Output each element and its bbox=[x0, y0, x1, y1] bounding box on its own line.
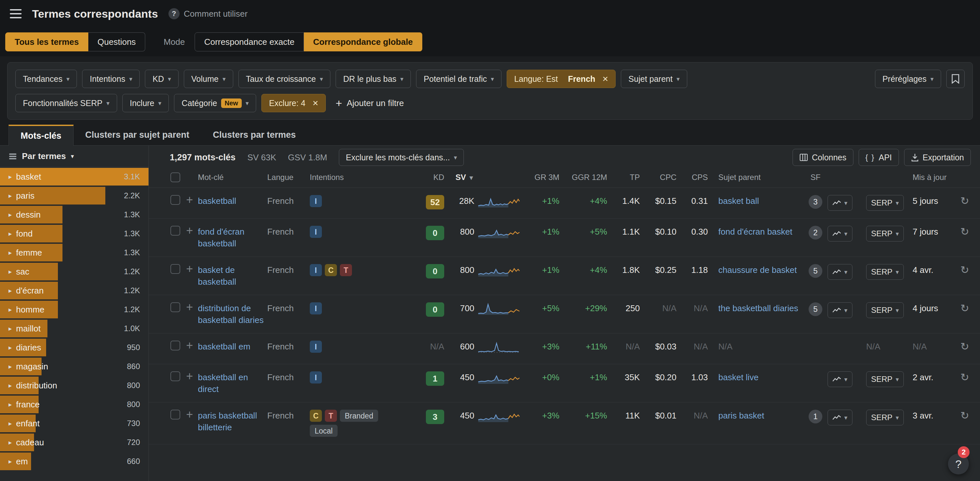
serp-button[interactable]: SERP▾ bbox=[866, 226, 904, 242]
help-bubble[interactable]: ? 2 bbox=[948, 454, 969, 475]
parent-topic-link[interactable]: the basketball diaries bbox=[718, 303, 798, 313]
term-list-item[interactable]: ▸dessin1.3K bbox=[0, 205, 148, 224]
tab-exact-match[interactable]: Correspondance exacte bbox=[195, 32, 304, 51]
add-filter-button[interactable]: + Ajouter un filtre bbox=[336, 97, 404, 108]
filter-language-active[interactable]: Langue: Est French × bbox=[507, 70, 616, 88]
add-to-list-icon[interactable]: + bbox=[186, 303, 193, 312]
filter-category[interactable]: Catégorie New ▾ bbox=[174, 94, 256, 112]
term-list-item[interactable]: ▸france800 bbox=[0, 395, 148, 414]
term-list-item[interactable]: ▸enfant730 bbox=[0, 414, 148, 433]
col-header-sv[interactable]: SV ▼ bbox=[447, 167, 477, 188]
refresh-icon[interactable]: ↻ bbox=[960, 226, 969, 237]
keyword-link[interactable]: basketball bbox=[198, 196, 236, 206]
col-header-updated[interactable]: Mis à jour bbox=[908, 167, 960, 188]
add-to-list-icon[interactable]: + bbox=[186, 410, 193, 419]
keyword-link[interactable]: basket de basketball bbox=[198, 265, 236, 287]
row-checkbox[interactable] bbox=[170, 264, 180, 274]
refresh-icon[interactable]: ↻ bbox=[960, 264, 969, 276]
parent-topic-link[interactable]: basket live bbox=[718, 373, 759, 382]
row-checkbox[interactable] bbox=[170, 410, 180, 419]
row-checkbox[interactable] bbox=[170, 195, 180, 205]
columns-button[interactable]: Colonnes bbox=[792, 149, 853, 166]
select-all-checkbox[interactable] bbox=[170, 172, 180, 182]
menu-icon[interactable] bbox=[10, 9, 22, 18]
filter-exclude-active[interactable]: Exclure: 4 × bbox=[261, 94, 326, 112]
col-header-gr3m[interactable]: GR 3M bbox=[533, 167, 563, 188]
parent-topic-link[interactable]: paris basket bbox=[718, 411, 764, 420]
presets-button[interactable]: Préréglages▾ bbox=[875, 70, 941, 88]
close-icon[interactable]: × bbox=[313, 98, 318, 108]
col-header-language[interactable]: Langue bbox=[267, 167, 310, 188]
refresh-icon[interactable]: ↻ bbox=[960, 371, 969, 383]
row-checkbox[interactable] bbox=[170, 303, 180, 312]
position-history-button[interactable]: ▾ bbox=[827, 303, 853, 318]
add-to-list-icon[interactable]: + bbox=[186, 226, 193, 236]
keyword-link[interactable]: fond d'écran basketball bbox=[198, 227, 244, 248]
refresh-icon[interactable]: ↻ bbox=[960, 195, 969, 207]
serp-button[interactable]: SERP▾ bbox=[866, 303, 904, 318]
filter-volume[interactable]: Volume▾ bbox=[184, 70, 233, 88]
filter-intents[interactable]: Intentions▾ bbox=[82, 70, 140, 88]
term-list-item[interactable]: ▸homme1.2K bbox=[0, 300, 148, 319]
filter-trends[interactable]: Tendances▾ bbox=[15, 70, 77, 88]
term-list-item[interactable]: ▸em660 bbox=[0, 452, 148, 471]
col-header-intents[interactable]: Intentions bbox=[310, 167, 411, 188]
col-header-parent[interactable]: Sujet parent bbox=[711, 167, 807, 188]
filter-growth-rate[interactable]: Taux de croissance▾ bbox=[239, 70, 331, 88]
parent-topic-link[interactable]: fond d'écran basket bbox=[718, 227, 792, 237]
tab-questions[interactable]: Questions bbox=[88, 32, 145, 51]
export-button[interactable]: Exportation bbox=[904, 149, 971, 166]
row-checkbox[interactable] bbox=[170, 341, 180, 350]
tab-clusters-terms[interactable]: Clusters par termes bbox=[201, 124, 308, 145]
term-list-item[interactable]: ▸paris2.2K bbox=[0, 186, 148, 205]
term-list-item[interactable]: ▸sac1.2K bbox=[0, 262, 148, 281]
refresh-icon[interactable]: ↻ bbox=[960, 410, 969, 422]
term-list-item[interactable]: ▸maillot1.0K bbox=[0, 319, 148, 338]
position-history-button[interactable]: ▾ bbox=[827, 264, 853, 280]
term-list-item[interactable]: ▸magasin860 bbox=[0, 357, 148, 376]
col-header-ggr12m[interactable]: GGR 12M bbox=[563, 167, 610, 188]
filter-traffic-potential[interactable]: Potentiel de trafic▾ bbox=[416, 70, 501, 88]
keyword-link[interactable]: distribution de basketball diaries bbox=[198, 303, 264, 325]
tab-keywords[interactable]: Mots-clés bbox=[8, 125, 73, 146]
col-header-tp[interactable]: TP bbox=[610, 167, 643, 188]
keyword-link[interactable]: basketball en direct bbox=[198, 373, 248, 394]
serp-button[interactable]: SERP▾ bbox=[866, 264, 904, 280]
bookmark-button[interactable] bbox=[946, 70, 965, 88]
add-to-list-icon[interactable]: + bbox=[186, 371, 193, 381]
term-list-item[interactable]: ▸femme1.3K bbox=[0, 243, 148, 262]
keyword-link[interactable]: paris basketball billetterie bbox=[198, 411, 257, 432]
position-history-button[interactable]: ▾ bbox=[827, 371, 853, 387]
row-checkbox[interactable] bbox=[170, 226, 180, 236]
position-history-button[interactable]: ▾ bbox=[827, 410, 853, 425]
add-to-list-icon[interactable]: + bbox=[186, 341, 193, 350]
tab-all-terms[interactable]: Tous les termes bbox=[5, 32, 88, 51]
exclude-keywords-dropdown[interactable]: Exclure les mots-clés dans...▾ bbox=[339, 149, 464, 166]
term-list-item[interactable]: ▸cadeau720 bbox=[0, 433, 148, 452]
term-list-item[interactable]: ▸d'écran1.2K bbox=[0, 281, 148, 300]
serp-button[interactable]: SERP▾ bbox=[866, 371, 904, 387]
col-header-sf[interactable]: SF bbox=[807, 167, 827, 188]
col-header-kd[interactable]: KD bbox=[411, 167, 447, 188]
parent-topic-link[interactable]: chaussure de basket bbox=[718, 265, 797, 275]
position-history-button[interactable]: ▾ bbox=[827, 195, 853, 211]
terms-view-dropdown[interactable]: Par termes ▾ bbox=[0, 146, 148, 167]
term-list-item[interactable]: ▸basket3.1K bbox=[0, 167, 148, 186]
how-to-use-link[interactable]: ? Comment utiliser bbox=[169, 8, 248, 19]
position-history-button[interactable]: ▾ bbox=[827, 226, 853, 242]
filter-parent-topic[interactable]: Sujet parent▾ bbox=[621, 70, 687, 88]
tab-broad-match[interactable]: Correspondance globale bbox=[304, 32, 422, 51]
refresh-icon[interactable]: ↻ bbox=[960, 303, 969, 314]
filter-serp-features[interactable]: Fonctionnalités SERP▾ bbox=[15, 94, 117, 112]
serp-button[interactable]: SERP▾ bbox=[866, 410, 904, 425]
api-button[interactable]: { } API bbox=[859, 149, 899, 166]
keyword-link[interactable]: basketball em bbox=[198, 342, 250, 351]
term-list-item[interactable]: ▸fond1.3K bbox=[0, 224, 148, 243]
parent-topic-link[interactable]: basket ball bbox=[718, 196, 759, 206]
tab-clusters-parent-topic[interactable]: Clusters par sujet parent bbox=[73, 124, 201, 145]
serp-button[interactable]: SERP▾ bbox=[866, 195, 904, 211]
close-icon[interactable]: × bbox=[603, 74, 608, 84]
term-list-item[interactable]: ▸diaries950 bbox=[0, 338, 148, 357]
col-header-cpc[interactable]: CPC bbox=[643, 167, 680, 188]
filter-lowest-dr[interactable]: DR le plus bas▾ bbox=[336, 70, 411, 88]
